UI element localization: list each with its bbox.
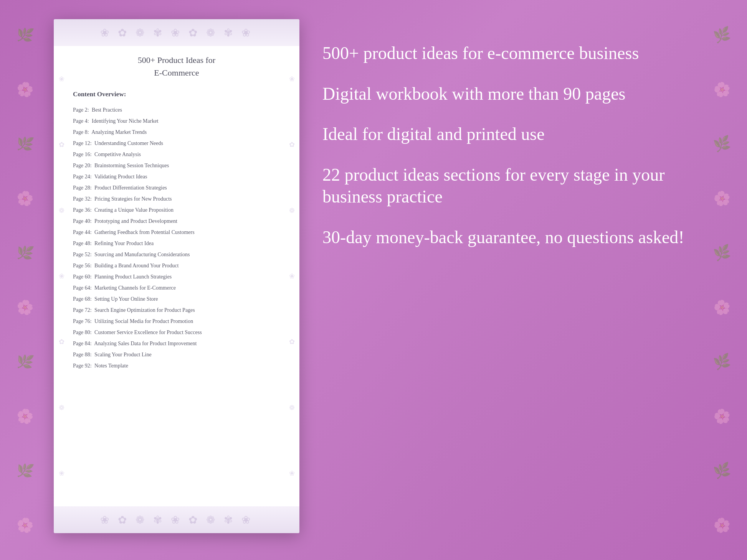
toc-item: Page 28: Product Differentiation Strateg… [73,182,280,193]
toc-item: Page 72: Search Engine Optimization for … [73,305,280,316]
doc-top-pattern: ❀ ✿ ❁ ✾ ❀ ✿ ❁ ✾ ❀ [100,26,253,39]
toc-item: Page 48: Refining Your Product Idea [73,238,280,249]
table-of-contents: Page 2: Best PracticesPage 4: Identifyin… [73,104,280,371]
info-bullet-5: 30-day money-back guarantee, no question… [322,226,693,249]
toc-item: Page 84: Analyzing Sales Data for Produc… [73,338,280,349]
doc-bottom-decoration: ❀ ✿ ❁ ✾ ❀ ✿ ❁ ✾ ❀ [54,506,299,533]
toc-item: Page 16: Competitive Analysis [73,149,280,160]
toc-item: Page 76: Utilizing Social Media for Prod… [73,316,280,327]
document-title: 500+ Product Ideas for E-Commerce [73,54,280,79]
document-content: 500+ Product Ideas for E-Commerce Conten… [73,54,280,371]
toc-item: Page 52: Sourcing and Manufacturing Cons… [73,249,280,260]
toc-item: Page 32: Pricing Strategies for New Prod… [73,193,280,204]
document-card: ❀ ✿ ❁ ✾ ❀ ✿ ❁ ✾ ❀ ❀ ✿ ❁ ✾ ❀ ✿ ❁ ✾ ❀ ❀ ✿ … [54,19,299,533]
toc-item: Page 56: Building a Brand Around Your Pr… [73,260,280,271]
toc-item: Page 64: Marketing Channels for E-Commer… [73,282,280,293]
toc-item: Page 60: Planning Product Launch Strateg… [73,271,280,282]
toc-item: Page 8: Analyzing Market Trends [73,127,280,138]
info-bullet-4: 22 product ideas sections for every stag… [322,164,693,208]
toc-item: Page 68: Setting Up Your Online Store [73,293,280,305]
toc-section-label: Content Overview: [73,91,280,98]
doc-side-decoration-left: ❀ ✿ ❁ ❀ ✿ ❁ ❀ [56,46,67,506]
toc-item: Page 20: Brainstorming Session Technique… [73,160,280,171]
toc-item: Page 2: Best Practices [73,104,280,115]
info-bullet-2: Digital workbook with more than 90 pages [322,83,693,105]
toc-item: Page 88: Scaling Your Product Line [73,349,280,360]
toc-item: Page 36: Creating a Unique Value Proposi… [73,204,280,216]
doc-top-decoration: ❀ ✿ ❁ ✾ ❀ ✿ ❁ ✾ ❀ [54,19,299,46]
doc-bottom-pattern: ❀ ✿ ❁ ✾ ❀ ✿ ❁ ✾ ❀ [100,514,253,526]
toc-item: Page 92: Notes Template [73,360,280,371]
toc-item: Page 40: Prototyping and Product Develop… [73,216,280,227]
info-bullet-3: Ideal for digital and printed use [322,123,693,145]
info-panel: 500+ product ideas for e-commerce busine… [322,19,693,267]
info-bullet-1: 500+ product ideas for e-commerce busine… [322,42,693,64]
main-container: ❀ ✿ ❁ ✾ ❀ ✿ ❁ ✾ ❀ ❀ ✿ ❁ ✾ ❀ ✿ ❁ ✾ ❀ ❀ ✿ … [0,0,747,560]
toc-item: Page 44: Gathering Feedback from Potenti… [73,227,280,238]
toc-item: Page 80: Customer Service Excellence for… [73,327,280,338]
toc-item: Page 4: Identifying Your Niche Market [73,115,280,127]
toc-item: Page 12: Understanding Customer Needs [73,138,280,149]
toc-item: Page 24: Validating Product Ideas [73,171,280,182]
doc-side-decoration-right: ❀ ✿ ❁ ❀ ✿ ❁ ❀ [286,46,297,506]
